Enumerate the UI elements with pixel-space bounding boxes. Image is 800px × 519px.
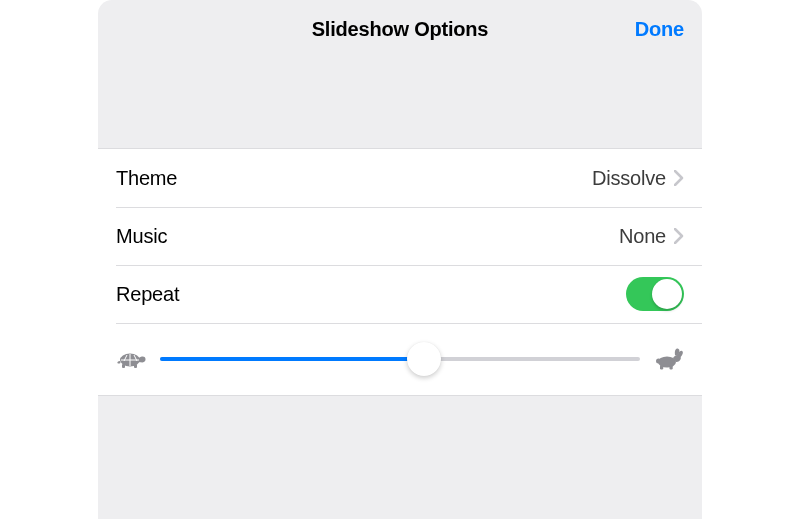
- turtle-icon: [116, 349, 146, 369]
- repeat-toggle[interactable]: [626, 277, 684, 311]
- speed-row: [98, 323, 702, 395]
- svg-rect-1: [122, 364, 125, 368]
- slider-fill: [160, 357, 424, 361]
- toggle-knob: [652, 279, 682, 309]
- chevron-right-icon: [674, 228, 684, 244]
- music-label: Music: [116, 225, 167, 248]
- repeat-row: Repeat: [98, 265, 702, 323]
- music-row[interactable]: Music None: [98, 207, 702, 265]
- svg-rect-2: [134, 364, 137, 368]
- svg-rect-5: [670, 365, 673, 370]
- svg-rect-4: [660, 365, 663, 370]
- theme-row[interactable]: Theme Dissolve: [98, 149, 702, 207]
- done-button[interactable]: Done: [635, 0, 684, 58]
- svg-point-6: [656, 359, 661, 364]
- slider-thumb[interactable]: [407, 342, 441, 376]
- music-value: None: [619, 225, 666, 248]
- options-sheet: Slideshow Options Done Theme Dissolve Mu…: [98, 0, 702, 519]
- repeat-label: Repeat: [116, 283, 179, 306]
- navbar-title: Slideshow Options: [312, 18, 489, 41]
- speed-slider[interactable]: [160, 339, 640, 379]
- navbar: Slideshow Options Done: [98, 0, 702, 58]
- options-list: Theme Dissolve Music None Repeat: [98, 148, 702, 396]
- chevron-right-icon: [674, 170, 684, 186]
- theme-label: Theme: [116, 167, 177, 190]
- rabbit-icon: [654, 348, 684, 370]
- theme-value: Dissolve: [592, 167, 666, 190]
